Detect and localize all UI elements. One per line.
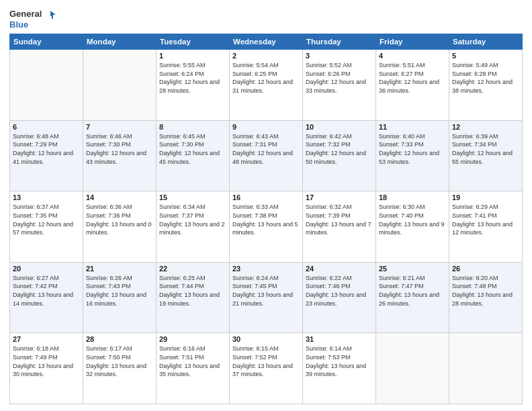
- calendar-cell: 30Sunrise: 6:15 AM Sunset: 7:52 PM Dayli…: [230, 333, 303, 404]
- day-info: Sunrise: 6:29 AM Sunset: 7:41 PM Dayligh…: [452, 203, 519, 236]
- week-row-4: 20Sunrise: 6:27 AM Sunset: 7:42 PM Dayli…: [10, 262, 523, 333]
- day-number: 6: [13, 123, 80, 131]
- day-number: 25: [379, 265, 446, 273]
- svg-marker-0: [50, 11, 56, 19]
- day-info: Sunrise: 6:33 AM Sunset: 7:38 PM Dayligh…: [232, 203, 300, 236]
- day-info: Sunrise: 5:51 AM Sunset: 6:27 PM Dayligh…: [379, 61, 446, 95]
- day-number: 30: [232, 335, 300, 343]
- day-info: Sunrise: 6:32 AM Sunset: 7:39 PM Dayligh…: [306, 203, 373, 236]
- calendar-cell: 23Sunrise: 6:24 AM Sunset: 7:45 PM Dayli…: [230, 262, 303, 333]
- calendar-cell: 15Sunrise: 6:34 AM Sunset: 7:37 PM Dayli…: [157, 191, 230, 263]
- day-number: 22: [159, 265, 226, 273]
- day-number: 1: [159, 52, 226, 60]
- weekday-header-tuesday: Tuesday: [157, 34, 230, 50]
- day-info: Sunrise: 6:15 AM Sunset: 7:52 PM Dayligh…: [232, 345, 300, 378]
- calendar-cell: 28Sunrise: 6:17 AM Sunset: 7:50 PM Dayli…: [83, 333, 157, 404]
- calendar-cell: 10Sunrise: 6:42 AM Sunset: 7:32 PM Dayli…: [303, 120, 376, 191]
- calendar-cell: 1Sunrise: 5:55 AM Sunset: 6:24 PM Daylig…: [157, 50, 230, 121]
- header: General Blue: [9, 7, 523, 30]
- day-info: Sunrise: 6:25 AM Sunset: 7:44 PM Dayligh…: [159, 274, 226, 308]
- calendar-cell: 13Sunrise: 6:37 AM Sunset: 7:35 PM Dayli…: [10, 191, 83, 263]
- day-info: Sunrise: 6:39 AM Sunset: 7:34 PM Dayligh…: [452, 132, 519, 166]
- day-info: Sunrise: 5:49 AM Sunset: 6:28 PM Dayligh…: [452, 61, 519, 95]
- calendar-cell: 8Sunrise: 6:45 AM Sunset: 7:30 PM Daylig…: [157, 120, 230, 191]
- day-number: 12: [452, 123, 519, 131]
- day-info: Sunrise: 6:26 AM Sunset: 7:43 PM Dayligh…: [86, 274, 153, 308]
- day-info: Sunrise: 6:37 AM Sunset: 7:35 PM Dayligh…: [13, 203, 80, 236]
- day-number: 17: [306, 193, 373, 201]
- day-number: 24: [306, 265, 373, 273]
- page: General Blue SundayMondayTuesdayWednesda…: [0, 0, 532, 411]
- day-number: 18: [379, 193, 446, 201]
- weekday-header-row: SundayMondayTuesdayWednesdayThursdayFrid…: [10, 34, 523, 50]
- day-info: Sunrise: 6:17 AM Sunset: 7:50 PM Dayligh…: [86, 345, 153, 378]
- day-number: 15: [159, 193, 226, 201]
- day-number: 21: [86, 265, 153, 273]
- day-number: 29: [159, 335, 226, 343]
- weekday-header-sunday: Sunday: [10, 34, 83, 50]
- week-row-5: 27Sunrise: 6:18 AM Sunset: 7:49 PM Dayli…: [10, 333, 523, 404]
- day-number: 31: [306, 335, 373, 343]
- day-number: 28: [86, 335, 153, 343]
- day-info: Sunrise: 6:48 AM Sunset: 7:29 PM Dayligh…: [13, 132, 80, 166]
- day-info: Sunrise: 6:22 AM Sunset: 7:46 PM Dayligh…: [306, 274, 373, 308]
- day-info: Sunrise: 6:14 AM Sunset: 7:53 PM Dayligh…: [306, 345, 373, 378]
- calendar-cell: 31Sunrise: 6:14 AM Sunset: 7:53 PM Dayli…: [303, 333, 376, 404]
- weekday-header-saturday: Saturday: [449, 34, 523, 50]
- calendar-cell: [10, 50, 83, 121]
- calendar-cell: 5Sunrise: 5:49 AM Sunset: 6:28 PM Daylig…: [449, 50, 523, 121]
- day-info: Sunrise: 6:36 AM Sunset: 7:36 PM Dayligh…: [86, 203, 153, 236]
- day-number: 26: [452, 265, 519, 273]
- calendar-table: SundayMondayTuesdayWednesdayThursdayFrid…: [9, 34, 523, 404]
- day-number: 27: [13, 335, 80, 343]
- day-info: Sunrise: 6:27 AM Sunset: 7:42 PM Dayligh…: [13, 274, 80, 308]
- calendar-cell: 29Sunrise: 6:16 AM Sunset: 7:51 PM Dayli…: [157, 333, 230, 404]
- weekday-header-friday: Friday: [376, 34, 449, 50]
- calendar-cell: 14Sunrise: 6:36 AM Sunset: 7:36 PM Dayli…: [83, 191, 157, 263]
- day-info: Sunrise: 6:45 AM Sunset: 7:30 PM Dayligh…: [159, 132, 226, 166]
- day-number: 9: [232, 123, 300, 131]
- calendar-cell: 6Sunrise: 6:48 AM Sunset: 7:29 PM Daylig…: [10, 120, 83, 191]
- calendar-cell: 4Sunrise: 5:51 AM Sunset: 6:27 PM Daylig…: [376, 50, 449, 121]
- day-info: Sunrise: 6:46 AM Sunset: 7:30 PM Dayligh…: [86, 132, 153, 166]
- day-number: 16: [232, 193, 300, 201]
- day-info: Sunrise: 5:54 AM Sunset: 6:25 PM Dayligh…: [232, 61, 300, 95]
- day-info: Sunrise: 6:43 AM Sunset: 7:31 PM Dayligh…: [232, 132, 300, 166]
- week-row-2: 6Sunrise: 6:48 AM Sunset: 7:29 PM Daylig…: [10, 120, 523, 191]
- calendar-cell: 22Sunrise: 6:25 AM Sunset: 7:44 PM Dayli…: [157, 262, 230, 333]
- logo-text: General Blue: [9, 9, 56, 30]
- calendar-cell: 9Sunrise: 6:43 AM Sunset: 7:31 PM Daylig…: [230, 120, 303, 191]
- logo-bird-icon: [45, 9, 56, 20]
- calendar-cell: 24Sunrise: 6:22 AM Sunset: 7:46 PM Dayli…: [303, 262, 376, 333]
- day-number: 11: [379, 123, 446, 131]
- day-number: 8: [159, 123, 226, 131]
- calendar-cell: 18Sunrise: 6:30 AM Sunset: 7:40 PM Dayli…: [376, 191, 449, 263]
- day-number: 14: [86, 193, 153, 201]
- day-number: 13: [13, 193, 80, 201]
- day-info: Sunrise: 6:40 AM Sunset: 7:33 PM Dayligh…: [379, 132, 446, 166]
- day-info: Sunrise: 6:24 AM Sunset: 7:45 PM Dayligh…: [232, 274, 300, 308]
- day-info: Sunrise: 6:21 AM Sunset: 7:47 PM Dayligh…: [379, 274, 446, 308]
- calendar-cell: 21Sunrise: 6:26 AM Sunset: 7:43 PM Dayli…: [83, 262, 157, 333]
- calendar-cell: 3Sunrise: 5:52 AM Sunset: 6:26 PM Daylig…: [303, 50, 376, 121]
- logo-blue: Blue: [9, 20, 56, 30]
- calendar-cell: 16Sunrise: 6:33 AM Sunset: 7:38 PM Dayli…: [230, 191, 303, 263]
- day-number: 7: [86, 123, 153, 131]
- week-row-1: 1Sunrise: 5:55 AM Sunset: 6:24 PM Daylig…: [10, 50, 523, 121]
- day-number: 3: [306, 52, 373, 60]
- calendar-cell: 7Sunrise: 6:46 AM Sunset: 7:30 PM Daylig…: [83, 120, 157, 191]
- calendar-cell: [83, 50, 157, 121]
- day-info: Sunrise: 5:55 AM Sunset: 6:24 PM Dayligh…: [159, 61, 226, 95]
- weekday-header-wednesday: Wednesday: [230, 34, 303, 50]
- day-number: 20: [13, 265, 80, 273]
- logo: General Blue: [9, 9, 56, 30]
- calendar-cell: [376, 333, 449, 404]
- day-info: Sunrise: 5:52 AM Sunset: 6:26 PM Dayligh…: [306, 61, 373, 95]
- day-number: 10: [306, 123, 373, 131]
- day-info: Sunrise: 6:42 AM Sunset: 7:32 PM Dayligh…: [306, 132, 373, 166]
- day-number: 5: [452, 52, 519, 60]
- calendar-cell: 11Sunrise: 6:40 AM Sunset: 7:33 PM Dayli…: [376, 120, 449, 191]
- day-number: 19: [452, 193, 519, 201]
- calendar-cell: 26Sunrise: 6:20 AM Sunset: 7:48 PM Dayli…: [449, 262, 523, 333]
- day-info: Sunrise: 6:34 AM Sunset: 7:37 PM Dayligh…: [159, 203, 226, 236]
